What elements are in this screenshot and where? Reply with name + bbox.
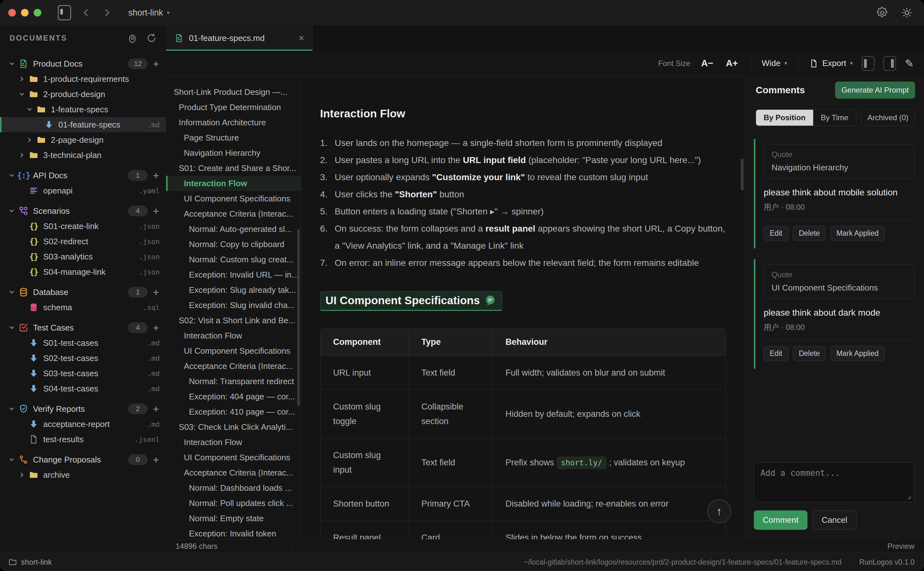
- sidebar-section-api-docs[interactable]: {:}API Docs1+: [0, 168, 166, 183]
- toc-item-normal-dashboard-loads[interactable]: Normal: Dashboard loads ...: [166, 480, 301, 495]
- tree-item-s01-create-link[interactable]: {}S01-create-link.json: [0, 219, 166, 234]
- tree-item-test-results[interactable]: test-results.jsonl: [0, 432, 166, 447]
- cancel-comment-button[interactable]: Cancel: [813, 511, 857, 530]
- toggle-right-panel-icon[interactable]: [883, 56, 896, 71]
- add-icon[interactable]: +: [153, 454, 159, 465]
- edit-button[interactable]: Edit: [764, 346, 788, 361]
- tree-item-acceptance-report[interactable]: acceptance-report.md: [0, 417, 166, 432]
- toc-item-normal-transparent-redirect[interactable]: Normal: Transparent redirect: [166, 374, 301, 389]
- sidebar-section-product-docs[interactable]: Product Docs12+: [0, 56, 166, 71]
- comment-quote-box[interactable]: QuoteNavigation Hierarchy: [764, 144, 915, 179]
- font-increase-button[interactable]: A+: [724, 58, 740, 68]
- toc-item-short-link-product-design[interactable]: Short-Link Product Design —...: [166, 84, 301, 100]
- toc-item-product-type-determination[interactable]: Product Type Determination: [166, 100, 301, 115]
- close-window-button[interactable]: [8, 9, 16, 17]
- tree-item-s03-analytics[interactable]: {}S03-analytics.json: [0, 249, 166, 264]
- sidebar-section-test-cases[interactable]: Test Cases4+: [0, 320, 166, 335]
- comment-bubble-icon[interactable]: [484, 295, 496, 306]
- comment-quote-box[interactable]: QuoteUI Component Specifications: [764, 264, 915, 299]
- toc-item-exception-410-page-cor[interactable]: Exception: 410 page — cor...: [166, 404, 301, 419]
- sidebar-section-scenarios[interactable]: Scenarios4+: [0, 203, 166, 219]
- toc-item-exception-404-page-cor[interactable]: Exception: 404 page — cor...: [166, 389, 301, 404]
- tab-by-time[interactable]: By Time: [813, 110, 856, 126]
- toc-item-exception-invalid-url-in[interactable]: Exception: Invalid URL — in...: [166, 267, 301, 282]
- add-icon[interactable]: +: [153, 170, 159, 181]
- generate-ai-prompt-button[interactable]: Generate AI Prompt: [835, 82, 915, 99]
- toc-item-ui-component-specifications[interactable]: UI Component Specifications: [166, 343, 301, 358]
- tree-item-3-technical-plan[interactable]: 3-technical-plan: [0, 148, 166, 163]
- back-icon[interactable]: [80, 7, 92, 19]
- toc-item-normal-poll-updates-click[interactable]: Normal: Poll updates click ...: [166, 495, 301, 511]
- toc-item-ui-component-specifications[interactable]: UI Component Specifications: [166, 191, 301, 206]
- delete-button[interactable]: Delete: [793, 346, 826, 361]
- sidebar-settings-icon[interactable]: [127, 33, 138, 43]
- toc-item-s01-create-and-share-a-shor[interactable]: S01: Create and Share a Shor...: [166, 160, 301, 176]
- tree-item-2-page-design[interactable]: 2-page-design: [0, 132, 166, 148]
- highlighted-heading[interactable]: UI Component Specifications: [320, 291, 502, 311]
- mark-applied-button[interactable]: Mark Applied: [830, 346, 885, 361]
- toc-item-acceptance-criteria-interac[interactable]: Acceptance Criteria (Interac...: [166, 465, 301, 480]
- tree-item-s02-test-cases[interactable]: S02-test-cases.md: [0, 350, 166, 366]
- sidebar-toggle-icon[interactable]: [58, 5, 71, 20]
- add-icon[interactable]: +: [153, 287, 159, 298]
- add-icon[interactable]: +: [153, 59, 159, 69]
- toc-item-acceptance-criteria-interac[interactable]: Acceptance Criteria (Interac...: [166, 358, 301, 374]
- toc-item-acceptance-criteria-interac[interactable]: Acceptance Criteria (Interac...: [166, 206, 301, 221]
- archived-button[interactable]: Archived (0): [861, 110, 915, 126]
- content-scrollbar[interactable]: [741, 159, 744, 190]
- theme-sun-icon[interactable]: [901, 7, 913, 19]
- tree-item-2-product-design[interactable]: 2-product-design: [0, 86, 166, 102]
- toc-item-s03-check-link-click-analyti[interactable]: S03: Check Link Click Analyti...: [166, 419, 301, 435]
- tree-item-schema[interactable]: schema.sql: [0, 300, 166, 315]
- export-dropdown[interactable]: Export ▾: [809, 59, 853, 68]
- toggle-left-panel-icon[interactable]: [862, 56, 874, 71]
- submit-comment-button[interactable]: Comment: [754, 511, 808, 530]
- sidebar-section-change-proposals[interactable]: Change Proposals0+: [0, 452, 166, 467]
- toc-item-exception-invalid-token[interactable]: Exception: Invalid token: [166, 526, 301, 539]
- scroll-to-top-button[interactable]: ↑: [707, 499, 731, 523]
- forward-icon[interactable]: [101, 7, 113, 19]
- tab-01-feature-specs[interactable]: 01-feature-specs.md ×: [166, 25, 313, 51]
- zoom-window-button[interactable]: [34, 9, 41, 17]
- delete-button[interactable]: Delete: [793, 226, 826, 241]
- add-icon[interactable]: +: [153, 205, 159, 216]
- tree-item-s02-redirect[interactable]: {}S02-redirect.json: [0, 234, 166, 249]
- tree-item-s04-manage-link[interactable]: {}S04-manage-link.json: [0, 264, 166, 279]
- close-tab-icon[interactable]: ×: [299, 33, 304, 43]
- toc-item-exception-slug-invalid-cha[interactable]: Exception: Slug invalid cha...: [166, 298, 301, 313]
- tree-item-s04-test-cases[interactable]: S04-test-cases.md: [0, 381, 166, 396]
- toc-item-ui-component-specifications[interactable]: UI Component Specifications: [166, 450, 301, 465]
- edit-button[interactable]: Edit: [764, 226, 788, 241]
- resize-grip-icon[interactable]: [905, 493, 912, 500]
- toc-item-interaction-flow[interactable]: Interaction Flow: [166, 435, 301, 450]
- sidebar-section-database[interactable]: Database1+: [0, 284, 166, 300]
- preview-mode-label[interactable]: Preview: [887, 542, 924, 551]
- refresh-icon[interactable]: [146, 33, 156, 43]
- toc-item-interaction-flow[interactable]: Interaction Flow: [166, 328, 301, 343]
- tab-by-position[interactable]: By Position: [756, 110, 813, 126]
- toc-scrollbar[interactable]: [297, 229, 300, 406]
- toc-item-normal-copy-to-clipboard[interactable]: Normal: Copy to clipboard: [166, 237, 301, 252]
- toc-item-exception-slug-already-tak[interactable]: Exception: Slug already tak...: [166, 282, 301, 298]
- tree-item-archive[interactable]: archive: [0, 467, 166, 483]
- tree-item-1-feature-specs[interactable]: 1-feature-specs: [0, 102, 166, 117]
- settings-gear-icon[interactable]: [876, 7, 888, 19]
- mark-applied-button[interactable]: Mark Applied: [830, 226, 885, 241]
- tree-item-01-feature-specs[interactable]: 01-feature-specs.md: [0, 117, 166, 132]
- toc-item-interaction-flow[interactable]: Interaction Flow: [166, 176, 301, 191]
- toc-item-normal-auto-generated-sl[interactable]: Normal: Auto-generated sl...: [166, 221, 301, 237]
- tree-item-openapi[interactable]: openapi.yaml: [0, 183, 166, 198]
- sidebar-section-verify-reports[interactable]: Verify Reports2+: [0, 401, 166, 417]
- toc-item-normal-custom-slug-creat[interactable]: Normal: Custom slug creat...: [166, 252, 301, 267]
- font-decrease-button[interactable]: A−: [699, 58, 715, 68]
- toc-item-normal-empty-state[interactable]: Normal: Empty state: [166, 511, 301, 526]
- window-title[interactable]: short-link ▾: [128, 8, 170, 18]
- tree-item-s01-test-cases[interactable]: S01-test-cases.md: [0, 335, 166, 350]
- edit-pencil-icon[interactable]: ✎: [905, 57, 914, 70]
- toc-item-navigation-hierarchy[interactable]: Navigation Hierarchy: [166, 145, 301, 160]
- toc-item-page-structure[interactable]: Page Structure: [166, 130, 301, 145]
- comment-input[interactable]: [754, 462, 915, 502]
- toc-item-information-architecture[interactable]: Information Architecture: [166, 115, 301, 130]
- width-mode-dropdown[interactable]: Wide ▾: [762, 59, 787, 68]
- minimize-window-button[interactable]: [21, 9, 29, 17]
